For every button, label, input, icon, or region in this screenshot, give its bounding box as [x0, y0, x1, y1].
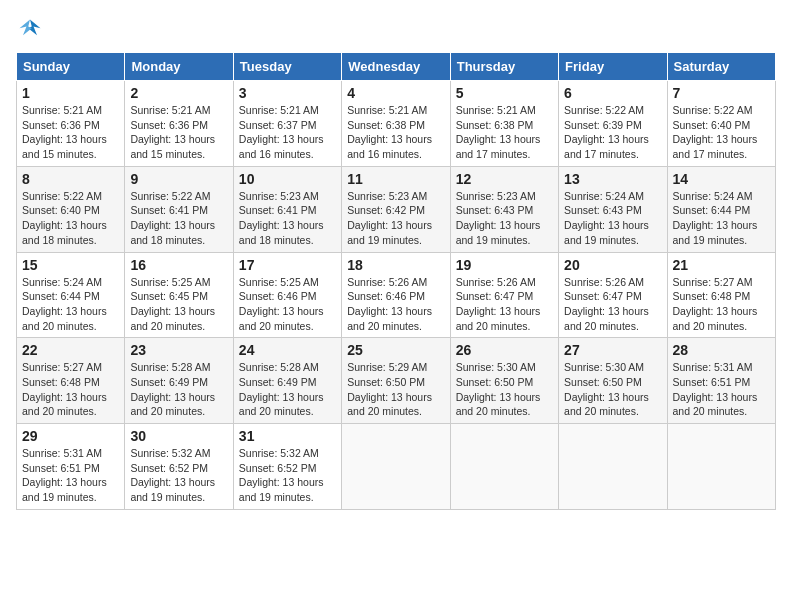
sunrise-label: Sunrise: 5:24 AM [22, 276, 102, 288]
calendar-week-row: 1 Sunrise: 5:21 AM Sunset: 6:36 PM Dayli… [17, 81, 776, 167]
calendar-cell [559, 424, 667, 510]
day-info: Sunrise: 5:21 AM Sunset: 6:36 PM Dayligh… [130, 103, 227, 162]
calendar-cell: 28 Sunrise: 5:31 AM Sunset: 6:51 PM Dayl… [667, 338, 775, 424]
daylight-label: Daylight: 13 hours and 19 minutes. [673, 219, 758, 246]
calendar-cell: 24 Sunrise: 5:28 AM Sunset: 6:49 PM Dayl… [233, 338, 341, 424]
daylight-label: Daylight: 13 hours and 15 minutes. [130, 133, 215, 160]
day-info: Sunrise: 5:30 AM Sunset: 6:50 PM Dayligh… [564, 360, 661, 419]
day-number: 12 [456, 171, 553, 187]
calendar-table: SundayMondayTuesdayWednesdayThursdayFrid… [16, 52, 776, 510]
day-info: Sunrise: 5:22 AM Sunset: 6:40 PM Dayligh… [22, 189, 119, 248]
daylight-label: Daylight: 13 hours and 20 minutes. [22, 391, 107, 418]
day-number: 29 [22, 428, 119, 444]
day-number: 24 [239, 342, 336, 358]
sunrise-label: Sunrise: 5:21 AM [456, 104, 536, 116]
calendar-cell: 25 Sunrise: 5:29 AM Sunset: 6:50 PM Dayl… [342, 338, 450, 424]
daylight-label: Daylight: 13 hours and 19 minutes. [239, 476, 324, 503]
daylight-label: Daylight: 13 hours and 17 minutes. [456, 133, 541, 160]
day-number: 21 [673, 257, 770, 273]
sunset-label: Sunset: 6:52 PM [130, 462, 208, 474]
day-number: 26 [456, 342, 553, 358]
sunset-label: Sunset: 6:49 PM [130, 376, 208, 388]
daylight-label: Daylight: 13 hours and 20 minutes. [456, 391, 541, 418]
calendar-cell: 14 Sunrise: 5:24 AM Sunset: 6:44 PM Dayl… [667, 166, 775, 252]
calendar-cell: 30 Sunrise: 5:32 AM Sunset: 6:52 PM Dayl… [125, 424, 233, 510]
page-header [16, 16, 776, 44]
sunrise-label: Sunrise: 5:21 AM [347, 104, 427, 116]
day-info: Sunrise: 5:27 AM Sunset: 6:48 PM Dayligh… [22, 360, 119, 419]
sunrise-label: Sunrise: 5:25 AM [130, 276, 210, 288]
sunrise-label: Sunrise: 5:30 AM [564, 361, 644, 373]
sunrise-label: Sunrise: 5:23 AM [456, 190, 536, 202]
calendar-cell: 16 Sunrise: 5:25 AM Sunset: 6:45 PM Dayl… [125, 252, 233, 338]
calendar-cell: 22 Sunrise: 5:27 AM Sunset: 6:48 PM Dayl… [17, 338, 125, 424]
daylight-label: Daylight: 13 hours and 16 minutes. [239, 133, 324, 160]
calendar-week-row: 29 Sunrise: 5:31 AM Sunset: 6:51 PM Dayl… [17, 424, 776, 510]
day-number: 22 [22, 342, 119, 358]
daylight-label: Daylight: 13 hours and 20 minutes. [347, 305, 432, 332]
sunset-label: Sunset: 6:38 PM [456, 119, 534, 131]
day-number: 30 [130, 428, 227, 444]
day-info: Sunrise: 5:31 AM Sunset: 6:51 PM Dayligh… [22, 446, 119, 505]
sunset-label: Sunset: 6:43 PM [564, 204, 642, 216]
day-number: 4 [347, 85, 444, 101]
day-number: 27 [564, 342, 661, 358]
day-number: 11 [347, 171, 444, 187]
day-number: 1 [22, 85, 119, 101]
day-number: 23 [130, 342, 227, 358]
sunrise-label: Sunrise: 5:27 AM [673, 276, 753, 288]
calendar-cell: 19 Sunrise: 5:26 AM Sunset: 6:47 PM Dayl… [450, 252, 558, 338]
daylight-label: Daylight: 13 hours and 20 minutes. [239, 391, 324, 418]
sunset-label: Sunset: 6:41 PM [239, 204, 317, 216]
day-number: 9 [130, 171, 227, 187]
day-info: Sunrise: 5:26 AM Sunset: 6:46 PM Dayligh… [347, 275, 444, 334]
sunrise-label: Sunrise: 5:26 AM [456, 276, 536, 288]
sunset-label: Sunset: 6:40 PM [673, 119, 751, 131]
daylight-label: Daylight: 13 hours and 19 minutes. [564, 219, 649, 246]
calendar-cell: 1 Sunrise: 5:21 AM Sunset: 6:36 PM Dayli… [17, 81, 125, 167]
daylight-label: Daylight: 13 hours and 15 minutes. [22, 133, 107, 160]
daylight-label: Daylight: 13 hours and 17 minutes. [564, 133, 649, 160]
weekday-header-friday: Friday [559, 53, 667, 81]
calendar-cell: 9 Sunrise: 5:22 AM Sunset: 6:41 PM Dayli… [125, 166, 233, 252]
calendar-cell: 5 Sunrise: 5:21 AM Sunset: 6:38 PM Dayli… [450, 81, 558, 167]
calendar-week-row: 15 Sunrise: 5:24 AM Sunset: 6:44 PM Dayl… [17, 252, 776, 338]
daylight-label: Daylight: 13 hours and 20 minutes. [130, 391, 215, 418]
calendar-cell: 8 Sunrise: 5:22 AM Sunset: 6:40 PM Dayli… [17, 166, 125, 252]
logo-icon [16, 16, 44, 44]
day-info: Sunrise: 5:23 AM Sunset: 6:43 PM Dayligh… [456, 189, 553, 248]
sunrise-label: Sunrise: 5:21 AM [239, 104, 319, 116]
logo [16, 16, 48, 44]
sunrise-label: Sunrise: 5:28 AM [130, 361, 210, 373]
sunrise-label: Sunrise: 5:32 AM [239, 447, 319, 459]
daylight-label: Daylight: 13 hours and 19 minutes. [456, 219, 541, 246]
calendar-cell [450, 424, 558, 510]
sunset-label: Sunset: 6:50 PM [456, 376, 534, 388]
day-info: Sunrise: 5:23 AM Sunset: 6:41 PM Dayligh… [239, 189, 336, 248]
day-info: Sunrise: 5:22 AM Sunset: 6:39 PM Dayligh… [564, 103, 661, 162]
calendar-cell: 20 Sunrise: 5:26 AM Sunset: 6:47 PM Dayl… [559, 252, 667, 338]
daylight-label: Daylight: 13 hours and 18 minutes. [239, 219, 324, 246]
sunset-label: Sunset: 6:48 PM [673, 290, 751, 302]
sunrise-label: Sunrise: 5:24 AM [564, 190, 644, 202]
sunrise-label: Sunrise: 5:24 AM [673, 190, 753, 202]
day-number: 16 [130, 257, 227, 273]
day-info: Sunrise: 5:24 AM Sunset: 6:44 PM Dayligh… [673, 189, 770, 248]
calendar-cell: 15 Sunrise: 5:24 AM Sunset: 6:44 PM Dayl… [17, 252, 125, 338]
sunset-label: Sunset: 6:44 PM [22, 290, 100, 302]
sunset-label: Sunset: 6:39 PM [564, 119, 642, 131]
weekday-header-tuesday: Tuesday [233, 53, 341, 81]
day-number: 25 [347, 342, 444, 358]
day-number: 2 [130, 85, 227, 101]
day-info: Sunrise: 5:21 AM Sunset: 6:37 PM Dayligh… [239, 103, 336, 162]
sunrise-label: Sunrise: 5:23 AM [347, 190, 427, 202]
daylight-label: Daylight: 13 hours and 20 minutes. [239, 305, 324, 332]
day-info: Sunrise: 5:26 AM Sunset: 6:47 PM Dayligh… [564, 275, 661, 334]
day-info: Sunrise: 5:31 AM Sunset: 6:51 PM Dayligh… [673, 360, 770, 419]
calendar-cell: 17 Sunrise: 5:25 AM Sunset: 6:46 PM Dayl… [233, 252, 341, 338]
sunrise-label: Sunrise: 5:31 AM [22, 447, 102, 459]
sunset-label: Sunset: 6:40 PM [22, 204, 100, 216]
sunset-label: Sunset: 6:48 PM [22, 376, 100, 388]
day-info: Sunrise: 5:32 AM Sunset: 6:52 PM Dayligh… [130, 446, 227, 505]
daylight-label: Daylight: 13 hours and 19 minutes. [130, 476, 215, 503]
